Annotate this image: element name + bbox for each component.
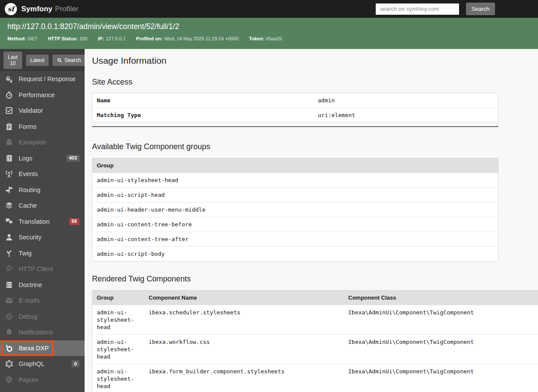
sidebar-item-events[interactable]: Events <box>0 166 85 182</box>
sidebar-item-label: Twig <box>19 250 32 257</box>
section-title-twig-groups: Available Twig Component groups <box>92 142 538 151</box>
table-cell: admin-ui-stylesheet-head <box>92 364 144 392</box>
graphql-icon <box>4 359 14 369</box>
page-title: Usage Information <box>92 55 538 66</box>
table-row: admin-ui-content-tree-before <box>92 217 499 232</box>
sidebar-item-security[interactable]: Security <box>0 229 85 245</box>
table-row: Nameadmin <box>92 93 499 108</box>
sidebar-item-performance[interactable]: Performance <box>0 87 85 103</box>
table-row: admin-ui-stylesheet-headibexa.workflow.c… <box>92 335 538 364</box>
request-meta-value: 200 <box>79 36 87 41</box>
sidebar-item-doctrine[interactable]: Doctrine <box>0 277 85 293</box>
sidebar-item-translation[interactable]: Translation59 <box>0 214 85 230</box>
user-icon <box>4 232 14 242</box>
shortcut-search[interactable]: Search <box>52 55 85 66</box>
envelope-icon <box>4 296 14 305</box>
sidebar-item-validator[interactable]: Validator <box>0 103 85 119</box>
table-row: admin-ui-stylesheet-headibexa.scheduler.… <box>92 305 538 335</box>
shortcut-label: Last 10 <box>8 54 18 66</box>
group-cell: admin-ui-content-tree-after <box>92 232 499 247</box>
request-meta-label: Method: <box>7 36 26 41</box>
database-icon <box>4 280 14 290</box>
sidebar-item-e-mails: E-mails <box>0 293 85 309</box>
ghost-icon <box>4 137 14 147</box>
request-meta-row: Method:GETHTTP Status:200IP:127.0.0.1Pro… <box>7 36 531 41</box>
sidebar-item-label: Routing <box>19 186 40 193</box>
rendered-components-table: GroupComponent NameComponent Class admin… <box>92 290 538 392</box>
group-cell: admin-ui-header-user-menu-middle <box>92 203 499 217</box>
network-nodes-icon <box>4 264 14 274</box>
symfony-search-input[interactable] <box>376 3 459 15</box>
request-meta-value: 127.0.0.1 <box>106 36 126 41</box>
twig-groups-table: Group admin-ui-stylesheet-headadmin-ui-s… <box>92 158 499 261</box>
sidebar-item-ibexa-dxp[interactable]: Ibexa DXP <box>0 340 85 356</box>
request-meta-label: IP: <box>98 36 104 41</box>
request-meta-value: GET <box>28 36 38 41</box>
sidebar-item-routing[interactable]: Routing <box>0 182 85 198</box>
stopwatch-icon <box>4 90 14 100</box>
request-meta-item: Profiled on:Wed, 14 May 2025 11:29:24 +0… <box>136 36 239 41</box>
group-cell: admin-ui-script-body <box>92 247 499 261</box>
sidebar-item-graphql[interactable]: GraphQL0 <box>0 356 85 372</box>
table-row: admin-ui-stylesheet-head <box>92 173 499 188</box>
twig-plant-icon <box>4 248 14 258</box>
sidebar-item-debug: Debug <box>0 309 85 325</box>
table-cell: Ibexa\AdminUi\Component\TwigComponent <box>344 305 538 335</box>
top-header-bar: sf Symfony Profiler Search <box>0 0 538 18</box>
shortcut-label: Search <box>64 57 81 63</box>
shortcut-latest[interactable]: Latest <box>26 55 49 66</box>
request-meta-value: 05aa26 <box>266 36 282 41</box>
sidebar-shortcuts: Last 10LatestSearch <box>0 49 85 71</box>
sidebar-item-label: Validator <box>19 107 43 114</box>
sidebar-item-label: Logs <box>19 155 32 162</box>
shortcut-last-10[interactable]: Last 10 <box>3 52 22 69</box>
signpost-icon <box>4 185 14 195</box>
section-title-rendered-components: Rendered Twig Components <box>92 274 538 284</box>
clipboard-icon <box>4 122 14 131</box>
table-row: admin-ui-stylesheet-headibexa.form_build… <box>92 364 538 392</box>
table-cell: Ibexa\AdminUi\Component\TwigComponent <box>344 335 538 364</box>
request-meta-label: HTTP Status: <box>48 36 78 41</box>
sidebar-item-twig[interactable]: Twig <box>0 245 85 261</box>
count-badge: 0 <box>72 360 79 367</box>
sidebar-item-exception: Exception <box>0 134 85 150</box>
table-row: Matching Typeuri:element <box>92 108 499 123</box>
sidebar-item-forms[interactable]: Forms <box>0 119 85 135</box>
symfony-logo-icon: sf <box>5 3 17 15</box>
brand-suffix: Profiler <box>55 5 79 13</box>
group-cell: admin-ui-stylesheet-head <box>92 173 499 188</box>
sidebar-item-label: Cache <box>19 202 37 209</box>
sidebar-item-label: Security <box>19 234 41 241</box>
symfony-search-button[interactable]: Search <box>466 3 495 15</box>
sidebar-item-label: Payum <box>19 376 38 383</box>
sidebar-item-request-response[interactable]: Request / Response <box>0 71 85 87</box>
sidebar-item-label: Notifications <box>19 329 53 336</box>
gears-icon <box>4 74 14 84</box>
ibexa-icon <box>4 343 14 353</box>
table-cell: admin-ui-stylesheet-head <box>92 335 144 364</box>
column-header: Group <box>92 291 144 305</box>
section-title-site-access: Site Access <box>92 77 538 87</box>
profiled-url: http://127.0.0.1:8207/admin/view/content… <box>7 22 531 32</box>
section-divider <box>92 126 499 127</box>
shortcut-label: Latest <box>30 57 45 63</box>
bell-icon <box>4 327 14 337</box>
sidebar-item-cache[interactable]: Cache <box>0 198 85 214</box>
request-meta-item: Token:05aa26 <box>249 36 282 41</box>
brand-name: Symfony <box>21 5 52 13</box>
profiler-sidebar: Last 10LatestSearch Request / ResponsePe… <box>0 49 85 392</box>
table-row: admin-ui-header-user-menu-middle <box>92 203 499 217</box>
table-row: admin-ui-script-head <box>92 188 499 203</box>
sidebar-item-label: HTTP Client <box>19 265 53 272</box>
sidebar-item-label: Forms <box>19 123 36 130</box>
request-meta-label: Token: <box>249 36 264 41</box>
sidebar-item-logs[interactable]: Logs403 <box>0 150 85 167</box>
sidebar-item-label: Debug <box>19 313 37 320</box>
symfony-search-form: Search <box>376 3 495 15</box>
request-summary-bar: http://127.0.0.1:8207/admin/view/content… <box>0 18 538 49</box>
checkbox-icon <box>4 106 14 115</box>
kv-value: uri:element <box>314 108 499 123</box>
table-cell: ibexa.form_builder.component.stylesheets <box>144 364 344 392</box>
table-cell: ibexa.scheduler.stylesheets <box>144 305 344 335</box>
table-cell: Ibexa\AdminUi\Component\TwigComponent <box>344 364 538 392</box>
